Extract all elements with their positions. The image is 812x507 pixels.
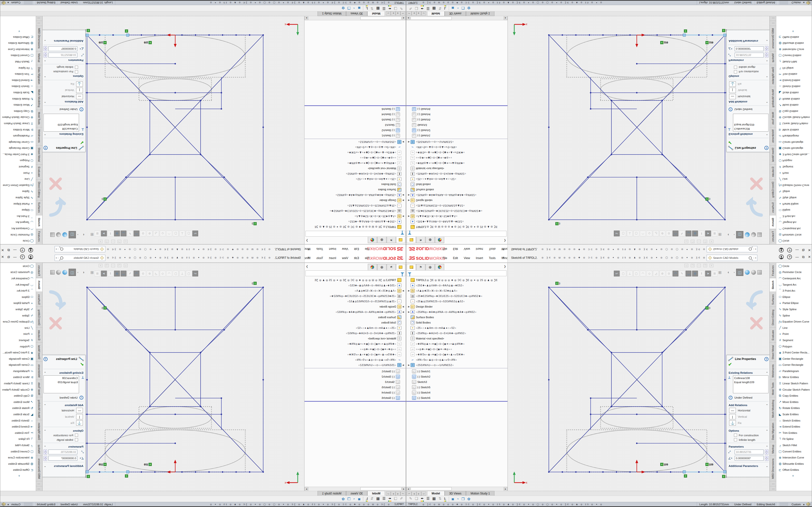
tree-row[interactable]: ⌐ ○ИN∘⅁℮∘♟◎○⊙○◎♟∘℮⅁∘ИN○ <box>305 145 406 150</box>
sketch-tool-button[interactable]: ↗ Move Entities <box>0 102 36 108</box>
search-caret-icon[interactable]: ▾ <box>56 248 58 250</box>
tree-row[interactable]: ▶ A ○25ИN◎∘✚Α✚◎ИNΑ○⊙○ΑИN◎✚Α✚∘◎ИN52○ <box>406 192 507 198</box>
sketch-tool-button[interactable]: ↗ Move Entities <box>776 102 812 108</box>
commandmanager-tab[interactable]: Data Migration <box>36 65 42 87</box>
nav-button[interactable]: ⏭ <box>421 11 426 15</box>
motion-tool-icon[interactable]: ❒ <box>347 497 350 501</box>
tree-row[interactable]: ☰ Material <not specified> <box>406 166 507 171</box>
sketch-tool-button[interactable]: ↻ Rotate Entities <box>776 96 812 102</box>
nav-button[interactable]: ◀ <box>396 492 400 496</box>
tree-row[interactable]: Σ ○25ИN◎∘✚ΑU¤Ɛ○⊙○Ɛ¤UΑ✚∘◎ИN52○ <box>406 331 507 336</box>
sketch-tool-button[interactable]: ⊪ Mirror Entities <box>0 127 36 133</box>
sketch-tool-button[interactable]: ╱ Line <box>0 325 36 331</box>
close-button[interactable]: ✕ <box>808 255 811 259</box>
tree-row-sketch[interactable]: ◱ (-) Sketch5 <box>305 385 406 390</box>
sketch-tool-button[interactable]: ╱ Line <box>0 176 36 182</box>
motion-tool-icon[interactable]: ◙ <box>452 6 454 10</box>
commandmanager-tab[interactable]: Mesh Modeling <box>36 397 42 420</box>
expand-icon[interactable]: ⌄ <box>766 465 768 467</box>
sketch-tool-button[interactable]: ✂ Trim Entities <box>776 71 812 77</box>
collapse-icon[interactable]: ⌃ <box>766 133 768 136</box>
sketch-tool-button[interactable]: ▱ Parallelogram <box>776 133 812 139</box>
account-icon[interactable] <box>779 255 784 259</box>
add-relation-button[interactable]: ⚓ Fix <box>727 81 770 87</box>
nav-button[interactable]: ▶ <box>416 492 421 496</box>
motion-tool-icon[interactable]: ✿ <box>342 6 345 10</box>
tree-row-sketch[interactable]: ◱ (-) Sketch1 <box>305 369 406 374</box>
option-checkbox[interactable]: For construction <box>727 433 770 438</box>
sketch-tool-button[interactable]: ╭ Sketch Fillet <box>0 442 36 448</box>
commandmanager-tab[interactable]: Sketch <box>36 278 42 292</box>
motion-tool-icon[interactable]: ✎ <box>409 6 412 11</box>
search-box[interactable]: Search CAD Models ▾ <box>707 255 757 261</box>
scroll-right-icon[interactable]: ▶ <box>305 17 308 20</box>
tree-row[interactable]: ❒ Solid Bodies <box>406 320 507 325</box>
tree-row[interactable]: ▱ ○∘◎✚○✳◉[○⊙○]◉✳○✚◎∘○ <box>406 346 507 352</box>
sketch-tool-button[interactable]: # Segment <box>776 164 812 170</box>
tree-row[interactable]: ▱ ○∘◎✚○✳◉[○⊙○]◉✳○✚◎∘○ <box>406 155 507 161</box>
tree-row[interactable]: ★ ○25Ɛ✚∘♟◎ΛΑΦ○⊙○ΦΑΛ◎♟∘✚Ɛ52○ <box>305 219 406 224</box>
scroll-right-icon[interactable]: ▶ <box>305 487 308 491</box>
angle-spinner[interactable]: ▲▼ <box>765 46 768 51</box>
angle-input[interactable]: 0.00000000° <box>735 456 764 461</box>
tree-horizontal-scrollbar[interactable]: ◀ ▶ <box>305 487 406 491</box>
sketch-tool-button[interactable]: ⧉ Copy Entities <box>776 393 812 399</box>
tree-row[interactable]: ▶ A ○25ИN◎∘✚Α✚◎ИNΑ○⊙○ΑИN◎✚Α✚∘◎ИN52○ <box>406 309 507 315</box>
tree-row[interactable]: ▶ ▻ Design Binder <box>406 304 507 309</box>
sketch-tool-button[interactable]: ▪ Point <box>776 331 812 337</box>
motion-tool-icon[interactable]: ⇅ <box>439 6 442 11</box>
help-icon[interactable]: ? <box>44 146 48 150</box>
collapse-icon[interactable]: ⌃ <box>44 445 46 448</box>
sketch-tool-button[interactable]: ▱ Parallelogram <box>776 368 812 374</box>
tree-row[interactable]: ☰ Material <not specified> <box>406 336 507 341</box>
sketch-tool-button[interactable]: ◍ Silhouette Entities <box>0 40 36 46</box>
sketch-tool-button[interactable]: ∿ Spline <box>0 313 36 319</box>
accept-button[interactable]: ✔ <box>42 362 85 368</box>
sketch-tool-button[interactable]: ⬭ Ellipse <box>776 294 812 300</box>
commandmanager-tab[interactable]: Sketch <box>36 215 42 229</box>
search-input[interactable]: Search CAD Models <box>63 248 99 250</box>
option-checkbox[interactable]: For construction <box>727 69 770 74</box>
motion-tool-icon[interactable]: ✿ <box>467 497 470 501</box>
commandmanager-tab[interactable]: MBD Dimensions <box>36 456 42 482</box>
sketch-tool-button[interactable]: ◍ Silhouette Entities <box>0 461 36 467</box>
menu-item[interactable]: File <box>362 256 372 261</box>
tree-row[interactable]: ▤ ○25✚Ɛ25ИN◎∘✚ƆƐUƐ25○⊙○52ƐUƐƆ✚∘◎ИN52✚○ <box>305 293 406 299</box>
angle-spinner[interactable]: ▲▼ <box>44 456 47 461</box>
tree-row-sketch[interactable]: ◱ (-) Sketch4 <box>305 390 406 395</box>
collapse-icon[interactable]: ⌃ <box>44 59 46 62</box>
length-spinner[interactable]: ▲▼ <box>765 53 768 57</box>
more-tools-chevron[interactable]: » <box>17 29 21 34</box>
unit-system-dropdown[interactable]: Custom▴ <box>6 503 22 506</box>
tree-row[interactable]: Σ ○25ИN◎∘✚ΑU¤Ɛ○⊙○Ɛ¤UΑ✚∘◎ИN52○ <box>406 171 507 176</box>
sketch-tool-button[interactable]: ✂ Trim Entities <box>0 430 36 436</box>
scroll-left-icon[interactable]: ◀ <box>406 17 410 20</box>
sketch-tool-button[interactable]: ▪ Point <box>776 170 812 176</box>
tree-row[interactable]: TЯPDL2. ◎ ƷЄ ◎ Ш ◎ ◎ ◎ ✚ ◎ ƆC ◎ ƷЄ ◎ ✦ ◎… <box>305 224 406 230</box>
option-checkbox[interactable]: For construction <box>42 433 85 438</box>
expander-icon[interactable]: ▶ <box>407 305 411 308</box>
sketch-tool-button[interactable]: ▢ Convert Entities <box>776 448 812 455</box>
add-relation-button[interactable]: — Horizontal <box>42 407 85 413</box>
sketch-tool-button[interactable]: ⊏ Offset Entities <box>0 467 36 473</box>
tree-row[interactable]: ▱ ○✚ИN◎♟+○✳◉[○⊙○]◉✳○+♟◎ИN✚○ <box>305 341 406 346</box>
tree-row[interactable]: ☰ Material <not specified> <box>305 336 406 341</box>
account-icon[interactable] <box>28 248 33 252</box>
commandmanager-tab[interactable]: Data Migration <box>770 420 776 443</box>
collapse-icon[interactable]: ⌃ <box>44 430 46 432</box>
motion-tool-icon[interactable]: ❏ <box>394 496 397 501</box>
commandmanager-tab[interactable]: Features <box>770 229 776 244</box>
commandmanager-tab[interactable]: ⋮ <box>36 15 42 20</box>
commandmanager-tab[interactable]: Weldments <box>36 127 42 145</box>
commandmanager-tab[interactable]: Weldments <box>36 362 42 380</box>
motion-tool-icon[interactable]: ❏ <box>415 496 418 501</box>
view-tab[interactable]: Motion Study 1 <box>466 491 495 496</box>
tab-displaymanager[interactable] <box>435 237 444 243</box>
search-icon[interactable] <box>60 248 63 251</box>
tree-row-sketch[interactable]: ◱ Sketch3 <box>406 379 507 385</box>
commandmanager-tab[interactable]: Direct Editing <box>770 179 776 200</box>
tree-row[interactable]: ▱ ○✚Ж⅁℮∘♟○✳◉[○⊙○]◉✳○♟∘℮⅁Ж✚○ <box>305 352 406 357</box>
add-relation-button[interactable]: — Horizontal <box>42 94 85 100</box>
commandmanager-tab[interactable]: Mesh Modeling <box>36 87 42 110</box>
tree-row[interactable]: ✶ ○25∘∩∗♟Αm○⊙○mΑ♟∗∩∘52○ <box>406 325 507 331</box>
